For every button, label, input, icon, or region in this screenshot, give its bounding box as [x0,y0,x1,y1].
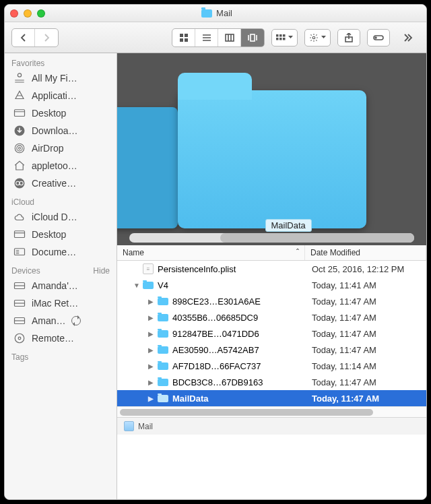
folder-icon [158,314,168,321]
arrange-button[interactable] [271,29,298,46]
disclosure-triangle-icon[interactable]: ▶ [148,330,154,338]
table-row-selected[interactable]: ▶MailDataToday, 11:47 AM [117,390,426,406]
path-bar[interactable]: Mail [117,417,426,435]
table-row[interactable]: ▼V4Today, 11:41 AM [117,277,426,293]
table-row[interactable]: ▶AF7D18D…66FAC737Today, 11:14 AM [117,358,426,374]
disclosure-triangle-icon[interactable]: ▶ [148,395,154,402]
disclosure-triangle-icon[interactable]: ▶ [148,298,154,305]
coverflow-view-button[interactable] [241,29,264,46]
disclosure-triangle-icon[interactable]: ▶ [148,314,154,321]
column-view-button[interactable] [218,29,241,46]
sidebar-item[interactable]: Creative… [5,175,117,192]
tags-button[interactable] [367,29,390,46]
sidebar-item[interactable]: Amanda'… [5,277,117,294]
window-body: FavoritesAll My Fi…Applicati…DesktopDown… [5,53,426,499]
sidebar-item-label: Aman… [32,315,66,326]
disclosure-triangle-icon[interactable]: ▶ [148,363,154,370]
table-row[interactable]: ▶AE30590…A5742AB7Today, 11:47 AM [117,342,426,358]
close-window-button[interactable] [10,9,18,18]
column-header-date[interactable]: Date Modified [305,245,426,260]
mail-app-icon [124,421,134,431]
file-name-label: AE30590…A5742AB7 [172,345,259,355]
sidebar-item-label: iMac Ret… [32,298,78,309]
sidebar-item-label: Docume… [32,247,76,257]
svg-rect-11 [283,38,286,40]
sidebar-item[interactable]: Desktop [5,104,117,122]
back-button[interactable] [12,29,35,46]
folder-icon [158,330,168,338]
file-name-label: MailData [172,393,208,404]
svg-rect-5 [251,34,255,41]
date-modified-label: Today, 11:47 AM [305,329,426,339]
column-header-name-label: Name [123,248,144,257]
icon-view-button[interactable] [172,29,195,46]
list-scrollbar-thumb[interactable] [120,409,373,416]
plist-file-icon: ≡ [143,263,154,274]
minimize-window-button[interactable] [24,9,32,18]
svg-rect-1 [185,34,188,37]
sidebar-item[interactable]: iCloud D… [5,208,117,226]
coverflow-prev-folder[interactable] [117,107,178,228]
forward-button[interactable] [35,29,58,46]
coverflow-item-label: MailData [265,219,312,232]
coverflow-scrollbar[interactable] [129,233,414,243]
sidebar-item[interactable]: AirDrop [5,139,117,157]
table-row[interactable]: ▶912847BE…0471DD6Today, 11:47 AM [117,325,426,342]
sidebar-item[interactable]: All My Fi… [5,69,117,87]
file-name-label: V4 [158,280,168,290]
svg-rect-24 [15,231,25,238]
table-row[interactable]: ▶898CE23…E301A6AEToday, 11:47 AM [117,293,426,309]
disclosure-triangle-icon[interactable]: ▶ [148,379,154,386]
svg-rect-6 [276,34,279,37]
sidebar: FavoritesAll My Fi…Applicati…DesktopDown… [5,53,117,499]
date-modified-label: Today, 11:47 AM [305,313,426,323]
sidebar-item[interactable]: Desktop [5,226,117,243]
list-view-button[interactable] [195,29,218,46]
sidebar-item[interactable]: Downloa… [5,122,117,139]
sidebar-item-label: Applicati… [32,90,77,101]
toolbar-overflow-button[interactable] [397,29,420,46]
coverflow-scrollbar-thumb[interactable] [220,233,414,243]
action-menu-button[interactable] [304,29,331,46]
disclosure-triangle-icon[interactable]: ▼ [133,282,139,289]
sidebar-item[interactable]: Applicati… [5,87,117,104]
sidebar-item[interactable]: Docume… [5,243,117,261]
nav-buttons [11,28,59,47]
sort-indicator-icon: ˆ [296,248,299,257]
svg-rect-16 [15,110,25,117]
list-horizontal-scrollbar[interactable] [117,406,426,417]
toolbar [5,22,426,53]
disclosure-triangle-icon[interactable]: ▶ [148,346,154,354]
sidebar-item-label: Amanda'… [32,280,78,291]
sidebar-item[interactable]: iMac Ret… [5,294,117,312]
table-row[interactable]: ▶40355B6…06685DC9Today, 11:47 AM [117,309,426,325]
airdrop-icon [13,141,26,155]
sidebar-item[interactable]: Aman… [5,312,117,329]
file-name-label: 898CE23…E301A6AE [172,296,261,307]
zoom-window-button[interactable] [37,9,45,18]
coverflow-area[interactable]: MailData [117,53,426,245]
optical-icon [13,332,26,345]
folder-icon [201,9,212,18]
desktop-icon [13,106,26,120]
disk-icon [13,296,26,310]
sidebar-item[interactable]: Remote… [5,329,117,347]
disk-icon [13,279,26,292]
sidebar-hide-button[interactable]: Hide [93,266,110,276]
sidebar-section-header: DevicesHide [5,261,117,277]
sidebar-item[interactable]: appletoo… [5,157,117,175]
date-modified-label: Today, 11:14 AM [305,361,426,371]
file-name-label: PersistenceInfo.plist [158,264,236,274]
traffic-lights [10,9,45,18]
svg-point-29 [15,334,24,343]
finder-window: Mail FavoritesAll My Fi…Applicati…Deskto… [4,4,427,500]
titlebar: Mail [5,5,426,22]
column-header-name[interactable]: Name ˆ [117,245,305,260]
table-row[interactable]: ▶BDCB3C8…67DB9163Today, 11:47 AM [117,374,426,390]
coverflow-current-folder[interactable] [178,90,366,228]
date-modified-label: Oct 25, 2016, 12:12 PM [305,264,426,274]
share-button[interactable] [337,29,360,46]
table-row[interactable]: ≡PersistenceInfo.plistOct 25, 2016, 12:1… [117,261,426,277]
view-mode-switch [172,28,265,47]
path-bar-label: Mail [138,422,153,431]
